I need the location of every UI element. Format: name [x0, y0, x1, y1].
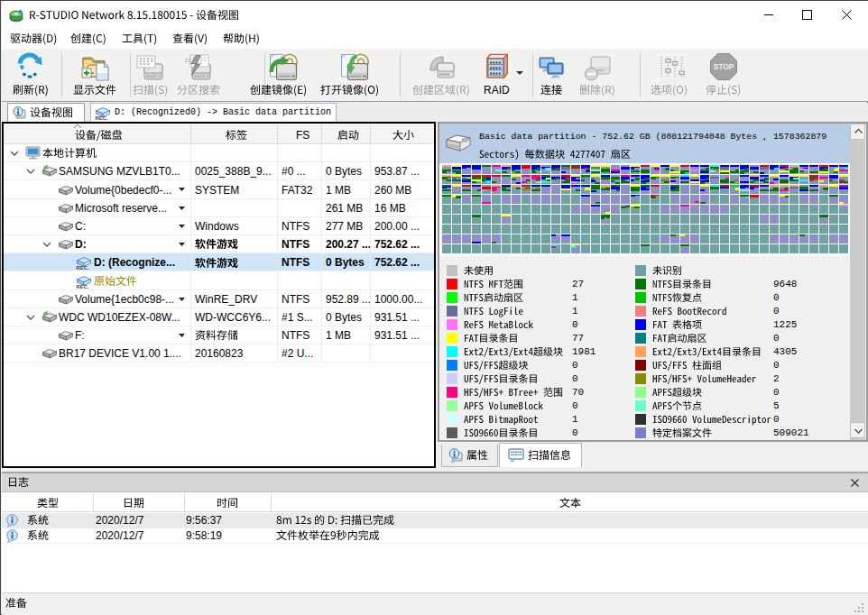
svg-text:REC.: REC.	[77, 283, 90, 288]
svg-text:REC.: REC.	[96, 115, 109, 120]
svg-text:REC.: REC.	[77, 265, 90, 270]
svg-text:STOP: STOP	[714, 62, 734, 71]
